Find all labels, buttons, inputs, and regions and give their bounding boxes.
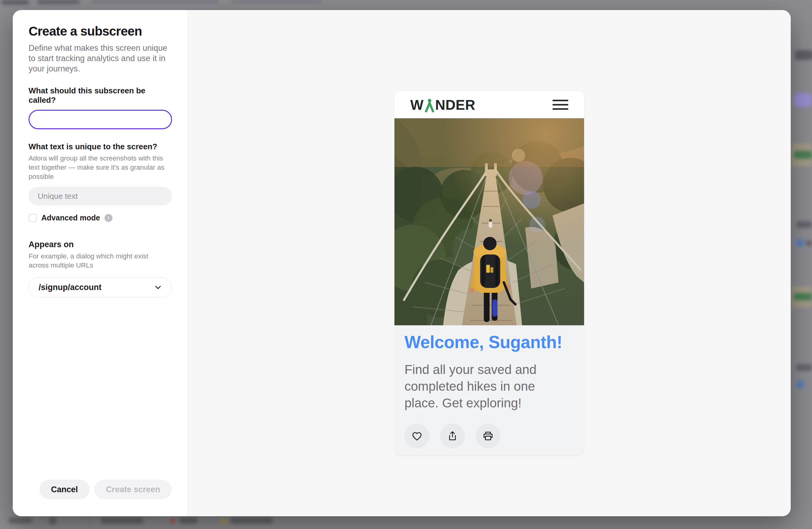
screen-preview-area: W NDER xyxy=(188,10,791,516)
background-blur-fragment xyxy=(90,516,91,525)
appears-on-label: Appears on xyxy=(29,240,172,249)
background-blur-fragment xyxy=(49,517,57,525)
welcome-subtext: Find all your saved and completed hikes … xyxy=(405,361,566,411)
info-icon[interactable]: i xyxy=(104,214,113,222)
create-subscreen-form: Create a subscreen Define what makes thi… xyxy=(13,10,188,516)
background-blur-fragment xyxy=(230,517,273,524)
cancel-button[interactable]: Cancel xyxy=(40,480,90,499)
menu-icon[interactable] xyxy=(552,100,568,110)
app-content: Welcome, Suganth! Find all your saved an… xyxy=(394,325,584,455)
background-blur-fragment xyxy=(1,0,29,4)
background-blur-fragment xyxy=(170,518,176,524)
modal-actions: Cancel Create screen xyxy=(29,480,172,499)
background-blur-fragment xyxy=(796,239,804,247)
hero-photo-bridge-hiker xyxy=(394,118,584,325)
background-blur-fragment xyxy=(796,364,812,371)
unique-text-help: Adora will group all the screenshots wit… xyxy=(29,154,168,181)
background-blur-fragment xyxy=(796,381,804,388)
background-blur-fragment xyxy=(795,50,812,60)
logo-hiker-icon xyxy=(424,99,435,112)
background-blur-fragment xyxy=(101,517,143,524)
background-blur-fragment xyxy=(179,517,198,524)
screenshot-preview-card: W NDER xyxy=(394,91,584,455)
background-blur-fragment xyxy=(794,151,812,159)
print-button[interactable] xyxy=(476,424,501,448)
background-blur-fragment xyxy=(796,221,812,228)
background-blur-fragment xyxy=(794,293,812,300)
create-subscreen-modal: Create a subscreen Define what makes thi… xyxy=(13,10,791,516)
background-blur-fragment xyxy=(221,518,227,524)
unique-text-input[interactable] xyxy=(29,187,172,205)
advanced-mode-row: Advanced mode i xyxy=(29,213,172,222)
appears-on-value: /signup/account xyxy=(39,283,102,292)
modal-title: Create a subscreen xyxy=(29,24,172,39)
modal-description: Define what makes this screen unique to … xyxy=(29,43,172,74)
appears-on-dropdown[interactable]: /signup/account xyxy=(29,277,172,297)
chevron-down-icon xyxy=(154,283,162,291)
background-blur-fragment xyxy=(794,93,812,107)
background-blur-fragment xyxy=(9,517,32,524)
unique-text-label: What text is unique to the screen? xyxy=(29,142,172,152)
welcome-heading: Welcome, Suganth! xyxy=(405,333,574,352)
background-blur-fragment xyxy=(231,0,322,2)
favorite-button[interactable] xyxy=(405,424,430,448)
action-buttons xyxy=(405,424,574,448)
subscreen-name-input[interactable] xyxy=(29,110,172,129)
app-header: W NDER xyxy=(394,91,584,118)
share-button[interactable] xyxy=(440,424,465,448)
background-blur-fragment xyxy=(91,0,219,3)
create-screen-button[interactable]: Create screen xyxy=(94,480,172,499)
advanced-mode-label: Advanced mode xyxy=(41,213,100,222)
logo-text-w: W xyxy=(410,98,424,112)
print-icon xyxy=(482,430,494,442)
appears-on-help: For example, a dialog which might exist … xyxy=(29,252,168,270)
share-icon xyxy=(447,430,458,442)
background-blur-fragment xyxy=(806,240,812,246)
background-blur-fragment xyxy=(37,0,79,4)
logo-text-nder: NDER xyxy=(435,98,475,112)
subscreen-name-label: What should this subscreen be called? xyxy=(29,86,172,105)
heart-icon xyxy=(411,430,423,442)
advanced-mode-checkbox[interactable] xyxy=(29,214,37,222)
wander-logo: W NDER xyxy=(410,98,475,112)
